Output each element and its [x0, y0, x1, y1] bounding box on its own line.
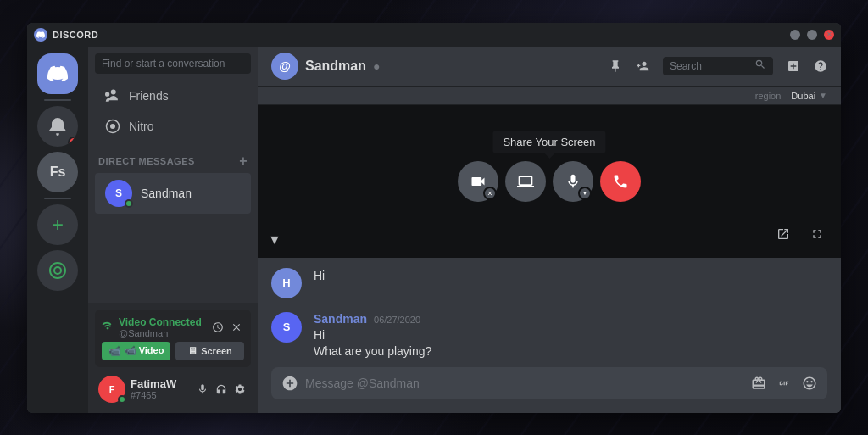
mic-dropdown-icon[interactable]: ▼ — [578, 187, 592, 200]
video-button[interactable]: 📹 📹 Video — [102, 342, 170, 360]
title-bar-left: DISCORD — [34, 28, 98, 42]
title-bar: DISCORD — □ ✕ — [27, 23, 841, 47]
explore-server-button[interactable] — [37, 250, 78, 291]
sandman-username: Sandman — [141, 187, 192, 200]
tooltip-text: Share Your Screen — [503, 136, 595, 148]
message-input[interactable] — [305, 367, 744, 399]
voice-settings-icon[interactable] — [210, 320, 225, 335]
camera-dot-icon — [483, 187, 497, 200]
server-divider — [44, 99, 71, 101]
friends-icon — [105, 88, 120, 103]
gif-button[interactable] — [776, 376, 792, 391]
message-header: Sandman 06/27/2020 — [314, 312, 827, 326]
table-row: S Sandman 06/27/2020 Hi What are you pla… — [271, 309, 827, 360]
dm-channel-icon: @ — [271, 53, 298, 80]
input-actions — [751, 376, 817, 391]
message-input-box — [271, 367, 827, 399]
region-label: region — [755, 91, 782, 101]
svg-point-1 — [110, 124, 115, 129]
sandman-status-dot — [125, 199, 133, 208]
maximize-button[interactable]: □ — [807, 30, 817, 40]
voice-disconnect-icon[interactable] — [229, 320, 244, 335]
region-value: Dubai — [791, 91, 815, 101]
online-status-dot: ● — [373, 59, 380, 73]
user-panel-controls — [195, 382, 248, 397]
add-server-button[interactable]: + — [37, 204, 78, 245]
fullscreen-button[interactable] — [804, 220, 831, 248]
screen-icon: 🖥 — [187, 345, 198, 357]
chat-header: @ Sandman ● — [258, 47, 841, 87]
minimize-button[interactable]: — — [790, 30, 800, 40]
share-screen-tooltip: Share Your Screen — [492, 131, 605, 153]
app-title: DISCORD — [53, 30, 98, 40]
fs-server-icon[interactable]: Fs — [37, 152, 78, 192]
voice-signal-icon — [102, 320, 114, 334]
message-content: Sandman 06/27/2020 Hi What are you playi… — [314, 312, 827, 360]
microphone-toggle-button[interactable]: ▼ — [553, 161, 593, 202]
voice-connected-header: Video Connected @Sandman — [102, 316, 244, 338]
video-icon: 📹 — [108, 345, 121, 357]
sidebar-item-friends[interactable]: Friends — [95, 81, 251, 110]
deafen-button[interactable] — [214, 382, 229, 397]
video-corner-buttons — [770, 220, 831, 248]
gift-button[interactable] — [751, 376, 766, 391]
settings-button[interactable] — [232, 382, 248, 397]
search-input[interactable] — [95, 53, 251, 74]
discord-server-icon[interactable] — [37, 53, 78, 94]
region-selector[interactable]: region Dubai ▼ — [755, 91, 827, 101]
emoji-button[interactable] — [802, 376, 817, 391]
chat-header-left: @ Sandman ● — [271, 53, 380, 80]
search-box — [663, 57, 773, 75]
notification-badge: 2 — [68, 137, 78, 147]
nitro-icon — [105, 119, 120, 134]
avatar: H — [271, 268, 302, 298]
dm-sidebar-bottom: Video Connected @Sandman — [88, 303, 258, 413]
add-server-icon: + — [52, 213, 64, 237]
video-label: 📹 Video — [125, 345, 164, 356]
voice-status-info: Video Connected @Sandman — [119, 316, 202, 338]
discord-window: DISCORD — □ ✕ 2 Fs — [27, 23, 841, 413]
mute-button[interactable] — [195, 382, 210, 397]
dm-user-sandman[interactable]: S Sandman — [95, 173, 251, 214]
add-attachment-button[interactable] — [281, 375, 298, 392]
close-button[interactable]: ✕ — [824, 30, 834, 40]
user-avatar: F — [98, 376, 125, 403]
inbox-button[interactable] — [787, 59, 800, 73]
collapse-video-button[interactable]: ▼ — [268, 232, 281, 248]
message-input-area — [258, 367, 841, 413]
user-status-dot — [118, 395, 126, 404]
nitro-label: Nitro — [129, 120, 154, 133]
help-button[interactable] — [814, 59, 827, 73]
screen-share-call-button[interactable] — [505, 161, 546, 202]
voice-controls — [210, 320, 244, 335]
pin-button[interactable] — [609, 59, 622, 73]
discord-logo-icon — [34, 28, 47, 42]
screen-label: Screen — [201, 346, 232, 356]
pop-out-button[interactable] — [770, 220, 797, 248]
voice-connected-info: Video Connected @Sandman — [102, 316, 202, 338]
title-bar-controls: — □ ✕ — [790, 30, 834, 40]
avatar: S — [271, 312, 302, 343]
user-panel-tag: #7465 — [131, 390, 190, 400]
camera-toggle-button[interactable] — [458, 161, 498, 202]
call-controls: ▼ — [458, 161, 641, 202]
end-call-button[interactable] — [600, 161, 641, 202]
message-text-2: What are you playing? — [314, 343, 827, 360]
sidebar-item-nitro[interactable]: Nitro — [95, 112, 251, 141]
user-panel-name: FatimaW — [131, 377, 190, 390]
message-username: Sandman — [314, 312, 367, 326]
user-panel-info: FatimaW #7465 — [131, 377, 190, 400]
screen-share-button[interactable]: 🖥 Screen — [175, 342, 244, 360]
messages-area: H Hi S Sandman 06/27/2020 Hi What are y — [258, 258, 841, 367]
add-dm-button[interactable]: + — [239, 153, 248, 169]
dm-section-title: DIRECT MESSAGES — [98, 156, 195, 166]
dm-section-header: DIRECT MESSAGES + — [88, 142, 258, 172]
user-panel: F FatimaW #7465 — [95, 372, 251, 406]
search-field[interactable] — [670, 60, 749, 72]
voice-connected-label: Video Connected — [119, 316, 202, 328]
channel-name: Sandman — [305, 59, 366, 74]
add-friend-button[interactable] — [636, 59, 649, 73]
chat-area: @ Sandman ● — [258, 47, 841, 413]
notification-server-icon[interactable]: 2 — [37, 106, 78, 147]
dm-sidebar: Friends Nitro DIRECT MESSAGES + S — [88, 47, 258, 413]
